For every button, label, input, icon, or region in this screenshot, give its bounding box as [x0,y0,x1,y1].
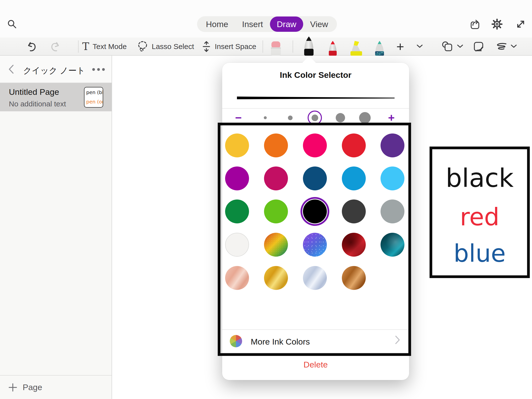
insert-space-button[interactable]: Insert Space [201,37,256,56]
page-thumbnail: pen (blpen (or [84,87,103,108]
swatch-dark-pink[interactable] [264,166,288,190]
toolbar-divider [78,40,79,53]
thumbnail-line-2: pen (or [86,99,103,105]
sidebar-header: クイック ノート [0,56,112,83]
share-icon [469,19,480,30]
insert-space-label: Insert Space [215,42,256,51]
popup-divider [222,329,409,330]
draw-with-touch-chevron[interactable] [510,44,517,49]
shapes-icon [441,41,454,52]
pen-rack-chevron[interactable] [416,44,423,49]
add-page-label: Page [23,382,42,392]
chevron-down-icon [510,44,517,49]
fullscreen-button[interactable] [515,18,527,30]
undo-icon [26,41,37,52]
shapes-chevron[interactable] [457,44,464,49]
ink-annotate-button[interactable] [473,41,485,52]
search-icon [7,19,17,30]
thumbnail-line-1: pen (bl [86,89,103,95]
tab-draw[interactable]: Draw [270,17,303,32]
page-list-sidebar: クイック ノート Untitled Page No additional tex… [0,56,112,399]
tab-home[interactable]: Home [199,17,235,32]
settings-button[interactable] [491,18,503,30]
swatch-dark-blue[interactable] [303,166,327,190]
handwriting-word-black: black [432,165,527,192]
draw-with-touch-button[interactable] [495,43,507,51]
swatch-magenta-purple[interactable] [225,166,249,190]
plus-icon [8,383,17,392]
swatch-cerulean[interactable] [342,166,366,190]
add-pen-button[interactable]: + [393,39,407,54]
page-list-item[interactable]: Untitled Page No additional text pen (bl… [0,83,112,111]
swatch-gray[interactable] [381,200,404,223]
share-button[interactable] [469,18,481,30]
ellipsis-icon [92,67,105,71]
highlighter-icon [349,40,363,56]
eraser-icon [269,41,282,56]
lasso-select-button[interactable]: Lasso Select [137,37,194,56]
page-title: Untitled Page [9,87,59,97]
color-wheel-icon [230,335,242,347]
swatch-purple[interactable] [381,133,404,157]
swatch-ocean[interactable] [381,233,404,257]
handwriting-word-red: red [432,203,527,231]
pen-black-tool[interactable] [303,36,314,56]
pen-red-tool[interactable] [328,40,338,56]
shapes-button[interactable] [441,41,454,52]
pencil-galaxy-icon [374,40,385,56]
more-ink-colors-label: More Ink Colors [251,337,310,347]
text-mode-button[interactable]: T Text Mode [82,37,127,56]
redo-icon [50,41,61,52]
undo-button[interactable] [26,37,37,56]
text-mode-label: Text Mode [93,42,127,51]
swatch-red[interactable] [342,133,366,157]
toolbar-divider [293,40,293,53]
redo-button[interactable] [50,37,61,56]
chevron-down-icon [457,44,464,49]
more-ink-colors-button[interactable]: More Ink Colors [222,329,409,353]
swatch-rainbow-glitter[interactable] [264,233,288,257]
notebook-title: クイック ノート [22,65,86,76]
swatch-orange[interactable] [264,133,288,157]
delete-pen-button[interactable]: Delete [222,356,409,373]
swatch-light-green[interactable] [264,200,288,223]
handwritten-note-box: blackredblue [430,147,530,278]
text-mode-icon: T [82,41,89,52]
eraser-tool[interactable] [269,41,282,56]
swatch-green[interactable] [225,200,249,223]
search-button[interactable] [6,18,18,30]
ribbon-tab-bar: HomeInsertDrawView [197,16,337,32]
pen-black-icon [303,36,314,56]
chevron-down-icon [416,44,423,49]
handwriting-word-blue: blue [432,240,527,267]
swatch-rose-gold[interactable] [225,266,249,290]
ink-annotate-icon [473,41,485,52]
gear-icon [492,19,502,30]
swatch-light-blue[interactable] [381,166,404,190]
swatch-silver[interactable] [303,266,327,290]
swatch-dark-gray[interactable] [342,200,366,223]
swatch-bronze[interactable] [342,266,366,290]
pencil-galaxy-tool[interactable] [374,40,385,56]
swatch-white[interactable] [225,233,249,257]
swatch-galaxy[interactable] [303,233,327,257]
page-subtitle: No additional text [9,100,66,108]
tab-insert[interactable]: Insert [235,17,270,32]
pen-red-icon [328,40,338,56]
swatch-lava[interactable] [342,233,366,257]
swatch-pink[interactable] [303,133,327,157]
swatch-black[interactable] [303,200,327,223]
toolbar-divider [263,40,263,53]
tab-view[interactable]: View [303,17,335,32]
lasso-select-label: Lasso Select [152,42,194,51]
expand-icon [516,19,526,29]
highlighter-tool[interactable] [349,40,363,56]
lasso-icon [137,41,148,52]
chevron-right-icon [395,335,400,345]
draw-toolbar: T Text Mode Lasso Select Insert Space [0,37,532,56]
more-options-button[interactable] [92,67,105,71]
swatch-yellow[interactable] [225,133,249,157]
add-page-button[interactable]: Page [0,376,112,399]
swatch-gold[interactable] [264,266,288,290]
back-button[interactable] [7,64,15,74]
